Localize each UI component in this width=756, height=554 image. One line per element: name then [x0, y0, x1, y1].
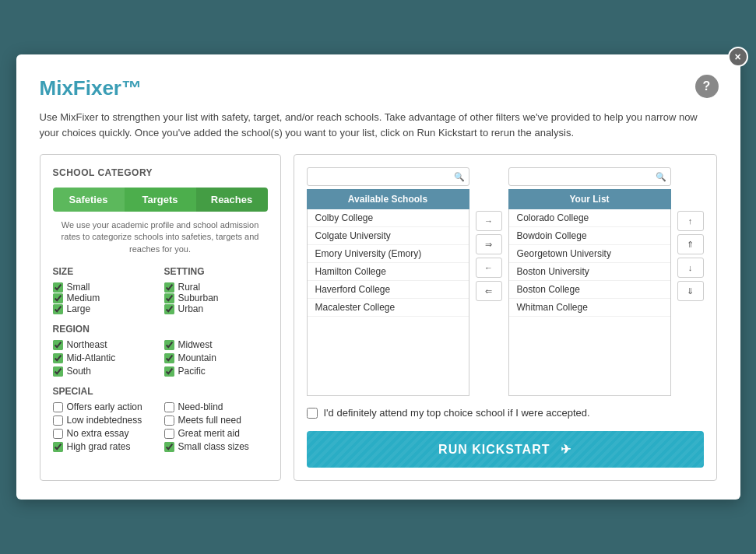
your-item-boston-u[interactable]: Boston University: [509, 263, 670, 281]
special-need-blind-label: Need-blind: [178, 401, 223, 412]
school-category-title: SCHOOL CATEGORY: [53, 167, 268, 178]
available-schools-header: Available Schools: [307, 189, 469, 209]
setting-rural[interactable]: Rural: [164, 282, 268, 293]
size-medium-checkbox[interactable]: [53, 293, 63, 303]
special-small-class-sizes-checkbox[interactable]: [164, 442, 174, 452]
size-small-checkbox[interactable]: [53, 282, 63, 293]
your-list-search-input[interactable]: [508, 167, 671, 186]
setting-title: SETTING: [164, 266, 268, 277]
transfer-left-btn[interactable]: ←: [476, 258, 502, 278]
region-midwest[interactable]: Midwest: [164, 339, 268, 350]
region-mountain-checkbox[interactable]: [164, 353, 174, 363]
close-button[interactable]: ×: [728, 47, 748, 67]
available-item-hamilton[interactable]: Hamilton College: [308, 263, 469, 281]
region-mid-atlantic[interactable]: Mid-Atlantic: [53, 352, 156, 363]
region-south-checkbox[interactable]: [53, 366, 63, 377]
region-title: REGION: [53, 324, 268, 335]
transfer-buttons: → ⇒ ← ⇐: [476, 167, 502, 301]
region-grid: Northeast Midwest Mid-Atlantic Moun: [53, 339, 268, 377]
special-great-merit-aid-checkbox[interactable]: [164, 429, 174, 439]
size-medium[interactable]: Medium: [53, 293, 156, 303]
available-item-colgate[interactable]: Colgate University: [308, 227, 469, 245]
special-small-class-sizes[interactable]: Small class sizes: [164, 441, 268, 452]
setting-suburban-label: Suburban: [178, 293, 219, 303]
special-no-extra-essay-label: No extra essay: [67, 428, 129, 439]
move-up-btn[interactable]: ⇑: [677, 234, 704, 254]
modal-description: Use MixFixer to strengthen your list wit…: [40, 110, 717, 140]
special-no-extra-essay-checkbox[interactable]: [53, 429, 63, 439]
special-title: SPECIAL: [53, 386, 268, 397]
special-need-blind[interactable]: Need-blind: [164, 401, 268, 412]
move-down-btn[interactable]: ↓: [677, 258, 704, 278]
setting-suburban[interactable]: Suburban: [164, 293, 268, 303]
tab-safeties[interactable]: Safeties: [53, 188, 125, 212]
region-northeast-checkbox[interactable]: [53, 340, 63, 350]
modal: × ? MixFixer™ Use MixFixer to strengthen…: [16, 54, 740, 500]
your-list-header: Your List: [508, 189, 671, 209]
transfer-right-btn[interactable]: →: [476, 211, 502, 231]
setting-urban[interactable]: Urban: [164, 303, 268, 314]
available-search-icon: 🔍: [454, 172, 465, 182]
region-pacific-label: Pacific: [178, 366, 206, 377]
special-need-blind-checkbox[interactable]: [164, 402, 174, 412]
size-small[interactable]: Small: [53, 282, 156, 293]
transfer-all-right-btn[interactable]: ⇒: [476, 234, 502, 254]
run-kickstart-label: RUN KICKSTART: [438, 443, 550, 456]
special-low-indebtedness-checkbox[interactable]: [53, 416, 63, 426]
size-filter: SIZE Small Medium Large: [53, 266, 268, 314]
setting-suburban-checkbox[interactable]: [164, 293, 174, 303]
attend-checkbox-row[interactable]: I'd definitely attend my top choice scho…: [307, 407, 704, 419]
available-item-haverford[interactable]: Haverford College: [308, 281, 469, 299]
special-high-grad-rates[interactable]: High grad rates: [53, 441, 156, 452]
your-list-search-wrapper: 🔍: [508, 167, 671, 186]
region-midwest-label: Midwest: [178, 339, 213, 350]
your-item-whitman[interactable]: Whitman College: [509, 299, 670, 317]
attend-label: I'd definitely attend my top choice scho…: [324, 407, 590, 419]
region-mountain-label: Mountain: [178, 352, 216, 363]
available-item-colby[interactable]: Colby College: [308, 209, 469, 227]
region-south[interactable]: South: [53, 366, 156, 377]
region-pacific-checkbox[interactable]: [164, 366, 174, 377]
tab-reaches[interactable]: Reaches: [196, 188, 268, 212]
special-meets-full-need-label: Meets full need: [178, 415, 241, 426]
available-search-input[interactable]: [307, 167, 469, 186]
transfer-all-left-btn[interactable]: ⇐: [476, 281, 502, 301]
modal-title: MixFixer™: [40, 76, 717, 100]
size-large[interactable]: Large: [53, 303, 156, 314]
your-item-georgetown[interactable]: Georgetown University: [509, 245, 670, 263]
size-large-checkbox[interactable]: [53, 304, 63, 314]
your-item-bowdoin[interactable]: Bowdoin College: [509, 227, 670, 245]
available-item-macalester[interactable]: Macalester College: [308, 299, 469, 317]
special-meets-full-need-checkbox[interactable]: [164, 416, 174, 426]
your-list-box: Colorado College Bowdoin College Georget…: [508, 209, 671, 396]
move-bottom-btn[interactable]: ⇓: [677, 281, 704, 301]
region-mid-atlantic-checkbox[interactable]: [53, 353, 63, 363]
setting-urban-checkbox[interactable]: [164, 304, 174, 314]
run-kickstart-button[interactable]: RUN KICKSTART ✈: [307, 431, 704, 468]
run-kickstart-icon: ✈: [561, 442, 571, 457]
region-mountain[interactable]: Mountain: [164, 352, 268, 363]
help-icon[interactable]: ?: [695, 75, 719, 98]
your-item-boston-c[interactable]: Boston College: [509, 281, 670, 299]
region-northeast[interactable]: Northeast: [53, 339, 156, 350]
available-item-emory[interactable]: Emory University (Emory): [308, 245, 469, 263]
move-top-btn[interactable]: ↑: [677, 211, 704, 231]
special-low-indebtedness[interactable]: Low indebtedness: [53, 415, 156, 426]
region-midwest-checkbox[interactable]: [164, 340, 174, 350]
size-small-label: Small: [67, 282, 90, 293]
region-pacific[interactable]: Pacific: [164, 366, 268, 377]
special-great-merit-aid[interactable]: Great merit aid: [164, 428, 268, 439]
special-early-action-checkbox[interactable]: [53, 402, 63, 412]
attend-checkbox[interactable]: [307, 408, 318, 419]
tab-targets[interactable]: Targets: [125, 188, 196, 212]
special-early-action[interactable]: Offers early action: [53, 401, 156, 412]
special-meets-full-need[interactable]: Meets full need: [164, 415, 268, 426]
your-list-section: 🔍 Your List Colorado College Bowdoin Col…: [508, 167, 671, 396]
setting-urban-label: Urban: [178, 303, 204, 314]
special-no-extra-essay[interactable]: No extra essay: [53, 428, 156, 439]
your-item-colorado[interactable]: Colorado College: [509, 209, 670, 227]
special-high-grad-rates-checkbox[interactable]: [53, 442, 63, 452]
setting-rural-checkbox[interactable]: [164, 282, 174, 293]
tab-description: We use your academic profile and school …: [53, 219, 268, 255]
region-filter: REGION Northeast Midwest Mid-Atlantic: [53, 324, 268, 377]
